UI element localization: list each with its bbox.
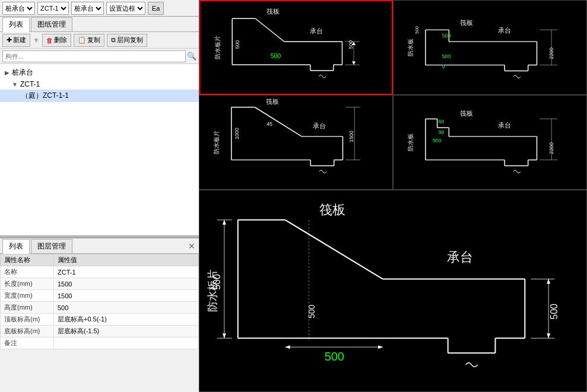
property-row: 高度(mm) 500 xyxy=(1,302,199,314)
prop-value-cell[interactable]: 1500 xyxy=(54,290,199,302)
node-label: ZCT-1 xyxy=(20,80,40,88)
action-bar: ✚ 新建 ▼ 🗑 删除 📋 复制 ⧉ 层间复制 xyxy=(0,32,199,49)
svg-text:承台: 承台 xyxy=(447,250,473,264)
prop-value-cell[interactable]: ZCT-1 xyxy=(54,266,199,278)
cad-cell-top-right[interactable]: 防水板 500 筏板 承台 5 xyxy=(393,0,587,95)
node-arrow: ▼ xyxy=(12,81,18,88)
new-button[interactable]: ✚ 新建 xyxy=(2,34,30,47)
svg-text:500: 500 xyxy=(414,26,420,34)
canvas-area[interactable]: 防水板片 500 xyxy=(199,0,587,392)
delete-button[interactable]: 🗑 删除 xyxy=(42,34,71,47)
svg-text:500: 500 xyxy=(433,138,442,144)
svg-text:1500: 1500 xyxy=(348,130,354,142)
tree-node-zct1[interactable]: ▼ ZCT-1 xyxy=(0,79,199,90)
svg-text:承台: 承台 xyxy=(310,27,323,34)
bottom-panel: 列表 图层管理 ✕ 属性名称 属性值 名称 ZCT-1 长度(mm) 1500 … xyxy=(0,238,199,392)
root-label: 桩承台 xyxy=(12,68,33,78)
svg-text:筏板: 筏板 xyxy=(266,8,280,15)
select-pilecap2[interactable]: 桩承台 xyxy=(71,2,104,15)
copy-label: 复制 xyxy=(87,36,100,44)
tree-node-zct1-child[interactable]: （庭）ZCT-1-1 xyxy=(0,90,199,102)
svg-text:500: 500 xyxy=(307,305,316,319)
prop-name-cell: 底板标高(m) xyxy=(1,326,54,337)
cad-cell-mid-left[interactable]: 防水板片 筏板 承台 1000 xyxy=(199,95,393,190)
prop-value-cell[interactable]: 500 xyxy=(54,302,199,314)
svg-text:筏板: 筏板 xyxy=(460,19,473,26)
tab-drawing-management[interactable]: 图纸管理 xyxy=(31,17,72,31)
svg-text:筏板: 筏板 xyxy=(319,202,345,217)
top-toolbar: 桩承台 ZCT-1 桩承台 设置边框 Ea xyxy=(0,0,199,17)
property-row: 宽度(mm) 1500 xyxy=(1,290,199,302)
svg-text:45: 45 xyxy=(266,121,272,127)
svg-text:防水板片: 防水板片 xyxy=(214,36,221,59)
svg-text:500: 500 xyxy=(234,40,240,49)
prop-name-cell: 高度(mm) xyxy=(1,302,54,314)
svg-text:防水板: 防水板 xyxy=(407,39,414,56)
delete-icon: 🗑 xyxy=(46,37,53,44)
tree-root[interactable]: ▶ 桩承台 xyxy=(0,66,199,79)
select-zct[interactable]: ZCT-1 xyxy=(37,2,69,15)
svg-rect-88 xyxy=(199,196,586,385)
tab-properties-list[interactable]: 列表 xyxy=(2,239,30,254)
property-row: 名称 ZCT-1 xyxy=(1,266,199,278)
tree-area: ▶ 桩承台 ▼ ZCT-1 （庭）ZCT-1-1 xyxy=(0,64,199,235)
cad-cell-bottom[interactable]: 防水板片 xyxy=(199,190,587,392)
property-row: 长度(mm) 1500 xyxy=(1,278,199,290)
search-bar: 🔍 xyxy=(0,49,199,64)
prop-value-cell[interactable] xyxy=(54,337,199,349)
search-input[interactable] xyxy=(2,50,186,62)
prop-header-value: 属性值 xyxy=(54,254,199,266)
prop-name-cell: 顶板标高(m) xyxy=(1,314,54,326)
svg-text:500: 500 xyxy=(549,304,559,320)
layer-copy-icon: ⧉ xyxy=(111,36,116,44)
left-panel: 桩承台 ZCT-1 桩承台 设置边框 Ea 列表 图纸管理 ✚ 新建 ▼ 🗑 删… xyxy=(0,0,199,392)
cad-grid: 防水板片 500 xyxy=(199,0,587,392)
svg-rect-45 xyxy=(208,95,383,189)
property-row: 顶板标高(m) 层底标高+0.5(-1) xyxy=(1,314,199,326)
layer-copy-label: 层间复制 xyxy=(117,36,143,44)
svg-text:承台: 承台 xyxy=(498,122,511,129)
svg-text:500: 500 xyxy=(270,52,281,59)
new-label: 新建 xyxy=(13,36,26,44)
property-row: 底板标高(m) 层底标高(-1.5) xyxy=(1,326,199,337)
search-icon: 🔍 xyxy=(187,52,196,60)
prop-value-cell[interactable]: 层底标高(-1.5) xyxy=(54,326,199,337)
tab-list[interactable]: 列表 xyxy=(2,17,30,32)
svg-text:承台: 承台 xyxy=(313,122,326,129)
prop-name-cell: 备注 xyxy=(1,337,54,349)
svg-text:500: 500 xyxy=(325,350,344,363)
bottom-panel-header: 列表 图层管理 ✕ xyxy=(0,238,199,254)
bottom-panel-close[interactable]: ✕ xyxy=(188,241,195,251)
copy-icon: 📋 xyxy=(78,36,86,44)
cad-cell-mid-right[interactable]: 防水板 筏板 承台 60 xyxy=(393,95,587,190)
properties-scroll[interactable]: 属性名称 属性值 名称 ZCT-1 长度(mm) 1500 宽度(mm) 150… xyxy=(0,254,199,392)
svg-text:筏板: 筏板 xyxy=(460,110,473,117)
svg-text:500: 500 xyxy=(442,53,451,59)
new-icon: ✚ xyxy=(7,36,12,44)
prop-value-cell[interactable]: 1500 xyxy=(54,278,199,290)
copy-button[interactable]: 📋 复制 xyxy=(74,34,104,47)
root-arrow: ▶ xyxy=(5,69,9,76)
svg-text:500: 500 xyxy=(212,274,222,290)
prop-header-name: 属性名称 xyxy=(1,254,54,266)
layer-copy-button[interactable]: ⧉ 层间复制 xyxy=(107,34,147,47)
svg-text:防水板片: 防水板片 xyxy=(213,130,220,154)
child-label: （庭）ZCT-1-1 xyxy=(21,91,69,101)
select-border[interactable]: 设置边框 xyxy=(106,2,145,15)
svg-text:60: 60 xyxy=(439,119,445,125)
prop-name-cell: 宽度(mm) xyxy=(1,290,54,302)
svg-text:500: 500 xyxy=(442,33,451,39)
tab-layer-management[interactable]: 图层管理 xyxy=(31,239,72,253)
svg-text:0: 0 xyxy=(442,63,445,69)
prop-value-cell[interactable]: 层底标高+0.5(-1) xyxy=(54,314,199,326)
svg-text:筏板: 筏板 xyxy=(266,98,279,105)
delete-label: 删除 xyxy=(54,36,67,44)
cad-cell-top-left[interactable]: 防水板片 500 xyxy=(199,0,393,95)
select-pilecap[interactable]: 桩承台 xyxy=(2,2,35,15)
prop-name-cell: 长度(mm) xyxy=(1,278,54,290)
properties-table: 属性名称 属性值 名称 ZCT-1 长度(mm) 1500 宽度(mm) 150… xyxy=(0,254,199,349)
prop-name-cell: 名称 xyxy=(1,266,54,278)
svg-text:90: 90 xyxy=(439,129,445,135)
property-row: 备注 xyxy=(1,337,199,349)
ea-button[interactable]: Ea xyxy=(148,2,164,15)
